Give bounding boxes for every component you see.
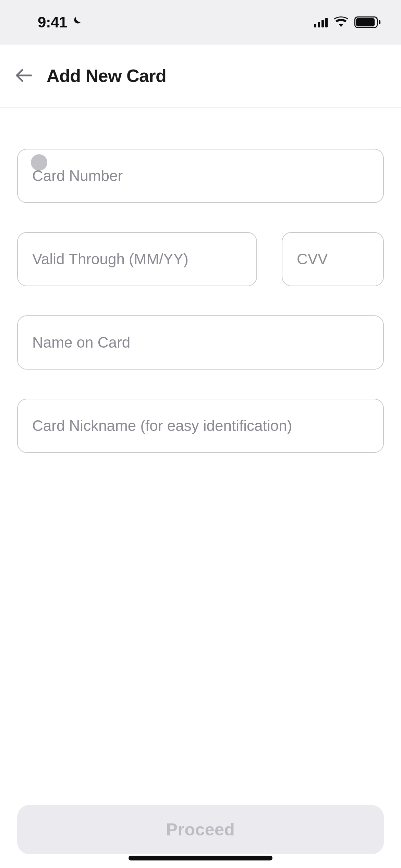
page-title: Add New Card: [47, 65, 166, 86]
cellular-signal-icon: [314, 17, 328, 27]
valid-through-input[interactable]: [17, 232, 257, 286]
back-button[interactable]: [14, 65, 34, 86]
proceed-button[interactable]: Proceed: [17, 805, 384, 854]
form-area: [0, 108, 401, 805]
cvv-input[interactable]: [282, 232, 384, 286]
status-left: 9:41: [38, 14, 82, 31]
app-header: Add New Card: [0, 45, 401, 108]
moon-icon: [70, 15, 82, 29]
expiry-cvv-row: [17, 232, 384, 286]
wifi-icon: [334, 16, 348, 28]
arrow-left-icon: [14, 66, 34, 86]
status-bar: 9:41: [0, 0, 401, 45]
card-nickname-input[interactable]: [17, 399, 384, 453]
name-on-card-input[interactable]: [17, 315, 384, 370]
battery-icon: [354, 16, 380, 28]
home-indicator: [129, 856, 272, 860]
status-time: 9:41: [38, 14, 67, 31]
card-number-input[interactable]: [17, 149, 384, 203]
status-right: [314, 16, 380, 28]
